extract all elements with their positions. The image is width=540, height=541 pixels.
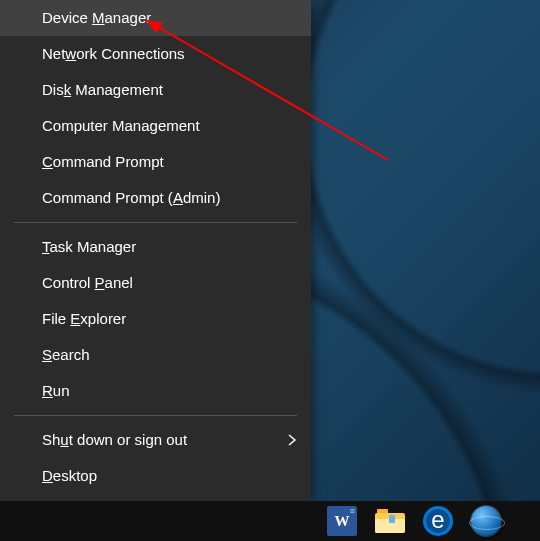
chevron-right-icon <box>287 422 297 458</box>
menu-item-task-manager[interactable]: Task Manager <box>0 229 311 265</box>
menu-separator <box>14 415 297 416</box>
taskbar-explorer-icon[interactable] <box>366 501 414 541</box>
menu-item-disk-management[interactable]: Disk Management <box>0 72 311 108</box>
menu-item-computer-management[interactable]: Computer Management <box>0 108 311 144</box>
menu-item-command-prompt-admin[interactable]: Command Prompt (Admin) <box>0 180 311 216</box>
desktop: Device ManagerNetwork ConnectionsDisk Ma… <box>0 0 540 541</box>
taskbar: W <box>0 501 540 541</box>
taskbar-word-icon[interactable]: W <box>318 501 366 541</box>
menu-item-network-connections[interactable]: Network Connections <box>0 36 311 72</box>
power-user-menu: Device ManagerNetwork ConnectionsDisk Ma… <box>0 0 311 502</box>
menu-item-search[interactable]: Search <box>0 337 311 373</box>
taskbar-globe-icon[interactable] <box>462 501 510 541</box>
menu-item-run[interactable]: Run <box>0 373 311 409</box>
menu-separator <box>14 222 297 223</box>
menu-item-file-explorer[interactable]: File Explorer <box>0 301 311 337</box>
menu-item-shut-down-or-sign-out[interactable]: Shut down or sign out <box>0 422 311 458</box>
taskbar-spacer <box>0 501 318 541</box>
menu-item-control-panel[interactable]: Control Panel <box>0 265 311 301</box>
menu-item-device-manager[interactable]: Device Manager <box>0 0 311 36</box>
taskbar-edge-icon[interactable] <box>414 501 462 541</box>
menu-item-command-prompt[interactable]: Command Prompt <box>0 144 311 180</box>
menu-item-desktop[interactable]: Desktop <box>0 458 311 494</box>
